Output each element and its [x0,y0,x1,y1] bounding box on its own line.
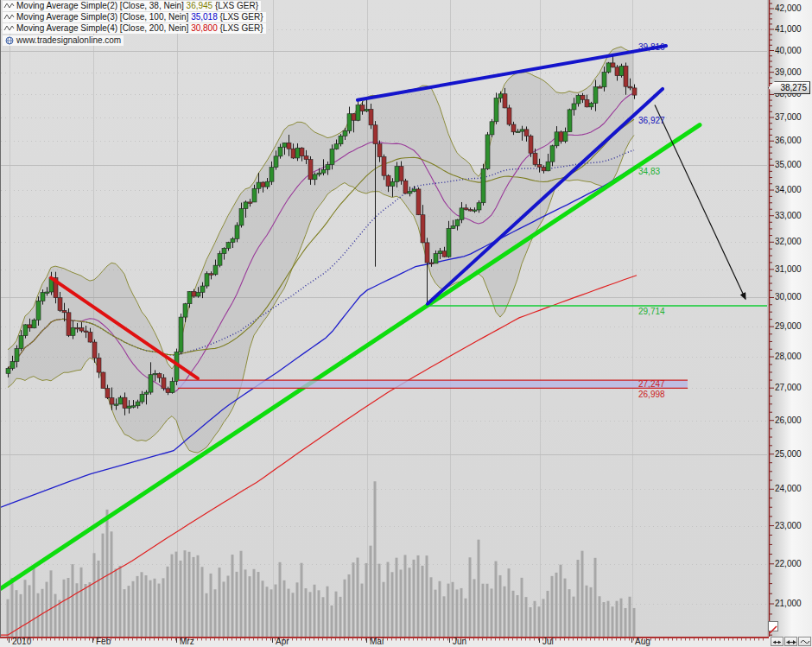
y-axis-label: 22,000 [775,560,802,568]
legend-label: Moving Average Simple(4) [Close, 200, Ne… [16,23,191,33]
y-axis-label: 27,000 [775,384,802,392]
time-axis-ticks [0,637,812,647]
legend-label: Moving Average Simple(2) [Close, 38, Nei… [16,1,187,10]
wave-icon [800,635,810,647]
price-label-support-green[interactable]: 29,714 [638,308,665,316]
indicator-legend: Moving Average Simple(2) [Close, 38, Nei… [3,1,266,46]
last-price-tag: 38,275 [768,81,810,94]
chart-area[interactable]: Moving Average Simple(2) [Close, 38, Nei… [0,0,767,637]
legend-label: Moving Average Simple(3) [Close, 100, Ne… [16,12,191,22]
time-axis[interactable]: 2010FebMrzAprMaiJunJulAug [0,637,812,647]
y-axis-label: 39,000 [775,68,802,77]
trading-chart-window: Moving Average Simple(2) [Close, 38, Nei… [0,0,812,647]
x-axis-label-mrz: Mrz [180,637,194,646]
axis-toolbar [771,637,811,647]
y-axis-label: 34,000 [775,186,802,194]
axis-scale-icon[interactable] [768,621,778,631]
price-label-wedge-top[interactable]: 39,816 [638,43,665,52]
line-series-icon [3,13,15,21]
y-axis-label: 42,000 [775,4,802,13]
y-axis-label: 41,000 [775,25,802,34]
y-axis-label: 29,000 [775,322,802,331]
legend-symbol: {LXS GER} [218,23,263,33]
line-series-icon [3,2,15,10]
x-axis-label-aug: Aug [635,637,650,646]
x-axis-label-mai: Mai [370,637,384,646]
resistance-zone-fill [178,380,688,388]
projection-arrow [655,105,745,300]
legend-symbol: {LXS GER} [213,1,258,10]
y-axis-label: 30,000 [775,293,802,301]
arrows-horizontal-small-icon [772,635,782,647]
price-chart-svg[interactable] [1,0,768,637]
y-axis-label: 21,000 [775,599,802,608]
price-axis[interactable]: 38,275 21,00022,00023,00024,00025,00026,… [767,0,812,637]
arrows-horizontal-icon [786,635,796,647]
globe-icon [5,36,14,45]
compress-time-axis-button[interactable] [771,637,783,646]
legend-value: 30,800 [191,23,218,33]
x-axis-label-feb: Feb [96,637,111,646]
y-axis-label: 37,000 [775,113,802,122]
y-axis-label: 36,000 [775,136,802,145]
copyright-text: www.tradesignalonline.com [16,35,121,45]
y-axis-label: 35,000 [775,161,802,169]
y-axis-label: 28,000 [775,352,802,361]
y-axis-label: 26,000 [775,416,802,425]
x-axis-label-jul: Jul [542,637,554,646]
copyright-row: www.tradesignalonline.com [3,35,124,46]
price-label-green-trend[interactable]: 34,83 [638,168,660,176]
line-series-icon [3,24,15,32]
y-axis-label: 23,000 [775,522,802,530]
y-axis-label: 32,000 [775,238,802,246]
x-axis-label-apr: Apr [276,637,289,646]
y-axis-label: 33,000 [775,212,802,220]
legend-row-ma100[interactable]: Moving Average Simple(3) [Close, 100, Ne… [3,12,266,22]
legend-value: 36,945 [187,1,213,10]
price-label-wedge-bottom[interactable]: 36,927 [638,117,665,125]
y-axis-label: 31,000 [775,265,802,274]
y-axis-label: 24,000 [775,485,802,493]
expand-time-axis-button[interactable] [784,637,797,646]
volume-bars [7,481,636,637]
scale-wave-button[interactable] [798,637,811,646]
legend-row-ma200[interactable]: Moving Average Simple(4) [Close, 200, Ne… [3,23,266,34]
y-axis-label: 40,000 [775,47,802,55]
legend-row-ma38[interactable]: Moving Average Simple(2) [Close, 38, Nei… [3,1,261,11]
legend-value: 35,018 [191,12,218,22]
y-axis-label: 25,000 [775,450,802,459]
price-label-resist-red-1[interactable]: 27,247 [638,380,665,389]
x-axis-label-2010: 2010 [12,637,31,646]
x-axis-label-jun: Jun [453,637,466,646]
legend-symbol: {LXS GER} [218,12,263,22]
price-label-resist-red-2[interactable]: 26,998 [638,390,665,399]
